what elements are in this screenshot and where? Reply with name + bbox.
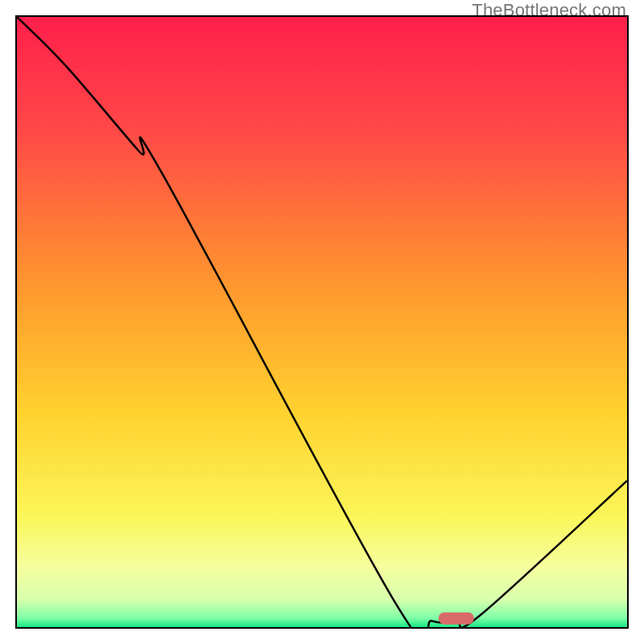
bottleneck-curve (17, 17, 627, 627)
chart-frame (15, 15, 629, 629)
optimal-marker (439, 613, 474, 625)
